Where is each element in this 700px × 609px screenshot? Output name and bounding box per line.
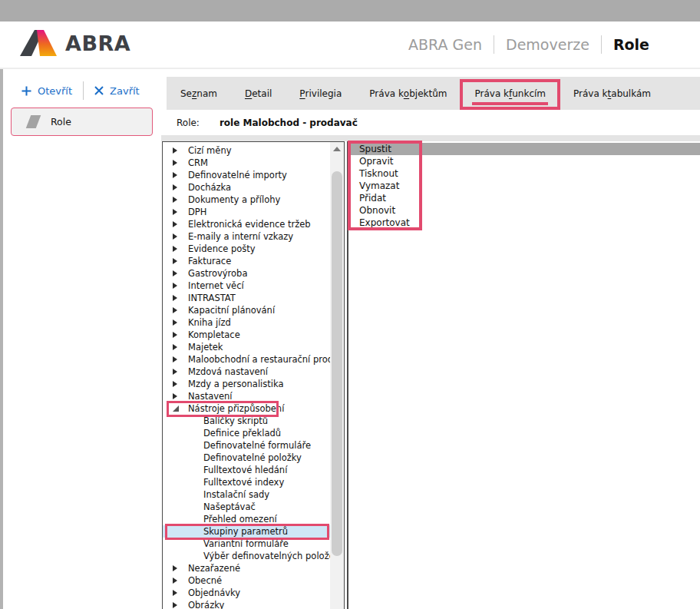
tree-expand-arrow-icon[interactable]: [173, 246, 183, 252]
tree-item[interactable]: Kapacitní plánování: [163, 304, 330, 316]
tree-item[interactable]: Skupiny parametrů: [163, 525, 330, 538]
tree-expand-arrow-icon[interactable]: [173, 172, 183, 178]
tree-expand-arrow-icon[interactable]: [173, 160, 183, 166]
tree-expand-arrow-icon[interactable]: [173, 356, 183, 362]
tree-item[interactable]: DPH: [163, 206, 330, 218]
close-button[interactable]: Zavřít: [94, 85, 140, 97]
tree-item-label: Maloobchodní a restaurační prodej: [188, 354, 330, 365]
scrollbar-thumb[interactable]: [332, 171, 342, 556]
tree-item[interactable]: Kniha jízd: [163, 316, 330, 329]
window-top-bar: [0, 0, 700, 22]
function-item[interactable]: Opravit: [348, 155, 700, 167]
tree-item[interactable]: Variantní formuláře: [163, 538, 330, 550]
tree-expand-arrow-icon[interactable]: [173, 184, 183, 190]
open-button[interactable]: Otevřít: [21, 85, 72, 97]
tree-item[interactable]: Instalační sady: [163, 488, 330, 501]
tree-scrollbar[interactable]: [330, 142, 344, 609]
tree-item[interactable]: Balíčky skriptů: [163, 415, 330, 427]
tree-expand-arrow-icon[interactable]: [173, 590, 183, 596]
tab[interactable]: Práva k objektům: [355, 77, 461, 110]
tree-expand-arrow-icon[interactable]: [173, 221, 183, 227]
tree-item[interactable]: Definice překladů: [163, 427, 330, 439]
breadcrumb-app: ABRA Gen: [408, 36, 482, 53]
tree-item[interactable]: Definovatelné formuláře: [163, 439, 330, 452]
function-item[interactable]: Tisknout: [348, 167, 700, 180]
tree-item[interactable]: Definovatelné položky: [163, 452, 330, 464]
function-item[interactable]: Vymazat: [348, 180, 700, 192]
tree-item[interactable]: Mzdy a personalistika: [163, 378, 330, 390]
tree-expand-arrow-icon[interactable]: [173, 233, 183, 240]
tree-item[interactable]: Docházka: [163, 181, 330, 194]
tree-item-label: Fakturace: [188, 256, 231, 266]
open-button-label: Otevřít: [38, 85, 72, 97]
tree-expand-arrow-icon[interactable]: [173, 369, 183, 375]
tree-expand-arrow-icon[interactable]: [173, 307, 183, 313]
tree-expand-arrow-icon[interactable]: [173, 565, 183, 571]
tree-expand-arrow-icon[interactable]: [173, 147, 183, 154]
tree-item[interactable]: Kompletace: [163, 329, 330, 341]
function-item[interactable]: Spustit: [348, 143, 700, 155]
tree-item-label: INTRASTAT: [188, 293, 236, 303]
tree-expand-arrow-icon[interactable]: [173, 258, 183, 264]
tree-expand-arrow-icon[interactable]: [173, 344, 183, 350]
tree-item[interactable]: Našeptávač: [163, 501, 330, 513]
role-row: Role: role Malobchod - prodavač: [161, 110, 700, 135]
function-item[interactable]: Obnovit: [348, 204, 700, 217]
tab[interactable]: Privilegia: [286, 77, 355, 110]
tree-item[interactable]: Obecné: [163, 574, 330, 587]
tree-expand-arrow-icon[interactable]: [173, 197, 183, 203]
tree-item[interactable]: Dokumenty a přílohy: [163, 194, 330, 206]
tree-item[interactable]: Elektronická evidence tržeb: [163, 218, 330, 230]
tab[interactable]: Detail: [231, 77, 286, 110]
tree-item[interactable]: Definovatelné importy: [163, 169, 330, 181]
tree-expand-arrow-icon[interactable]: [173, 602, 183, 608]
tree-expand-arrow-icon[interactable]: [173, 283, 183, 289]
tree-item[interactable]: Internet věcí: [163, 280, 330, 292]
tree-item-label: Gastrovýroba: [188, 268, 247, 279]
tree-item[interactable]: Maloobchodní a restaurační prodej: [163, 353, 330, 366]
function-item-label: Přidat: [359, 193, 386, 204]
tab-bar: SeznamDetailPrivilegiaPráva k objektůmPr…: [167, 77, 700, 110]
tree-item[interactable]: Nastavení: [163, 390, 330, 402]
tree-expand-arrow-icon[interactable]: [173, 381, 183, 387]
tree-item[interactable]: Fakturace: [163, 255, 330, 267]
tree-expand-arrow-icon[interactable]: [173, 405, 183, 412]
tree-item-label: Definovatelné formuláře: [203, 440, 311, 451]
tree-item[interactable]: Výběr definovatelných položek: [163, 550, 330, 562]
tree-item[interactable]: Nástroje přizpůsobení: [163, 402, 330, 415]
tree-item[interactable]: E-maily a interní vzkazy: [163, 230, 330, 243]
sidebar-item-role[interactable]: Role: [11, 108, 153, 136]
tree-item[interactable]: Přehled omezení: [163, 513, 330, 525]
abra-logo-mark-icon: [20, 30, 57, 56]
tree-item[interactable]: Objednávky: [163, 587, 330, 599]
tree-item[interactable]: Cizí měny: [163, 144, 330, 157]
tree-item[interactable]: Obrázky: [163, 599, 330, 609]
tab[interactable]: Práva k funkcím: [461, 77, 560, 110]
tree-expand-arrow-icon[interactable]: [173, 332, 183, 338]
tree-item[interactable]: INTRASTAT: [163, 292, 330, 304]
tree-expand-arrow-icon[interactable]: [173, 578, 183, 584]
function-item[interactable]: Exportovat: [348, 217, 700, 229]
tree-expand-arrow-icon[interactable]: [173, 319, 183, 326]
tree-expand-arrow-icon[interactable]: [173, 295, 183, 301]
tab[interactable]: Seznam: [167, 77, 231, 110]
tree-expand-arrow-icon[interactable]: [173, 209, 183, 215]
tree-item[interactable]: Fulltextové hledání: [163, 464, 330, 476]
tree-item[interactable]: Gastrovýroba: [163, 267, 330, 280]
tree-expand-arrow-icon[interactable]: [173, 270, 183, 276]
scrollbar-up-arrow-icon[interactable]: [330, 142, 344, 156]
tree-item[interactable]: Fulltextové indexy: [163, 476, 330, 488]
abra-logo: ABRA: [20, 30, 130, 56]
tree-item[interactable]: Evidence pošty: [163, 243, 330, 255]
role-value: role Malobchod - prodavač: [220, 117, 358, 128]
tree-item-label: DPH: [188, 207, 206, 217]
tree-expand-arrow-icon[interactable]: [173, 393, 183, 399]
tree-item[interactable]: Nezařazené: [163, 562, 330, 574]
tree-item-label: E-maily a interní vzkazy: [188, 231, 293, 242]
tree-item[interactable]: Mzdová nastavení: [163, 366, 330, 378]
tree-item[interactable]: CRM: [163, 157, 330, 169]
tab[interactable]: Práva k tabulkám: [560, 77, 665, 110]
function-item[interactable]: Přidat: [348, 192, 700, 204]
page-title: Role: [613, 36, 649, 53]
tree-item[interactable]: Majetek: [163, 341, 330, 353]
